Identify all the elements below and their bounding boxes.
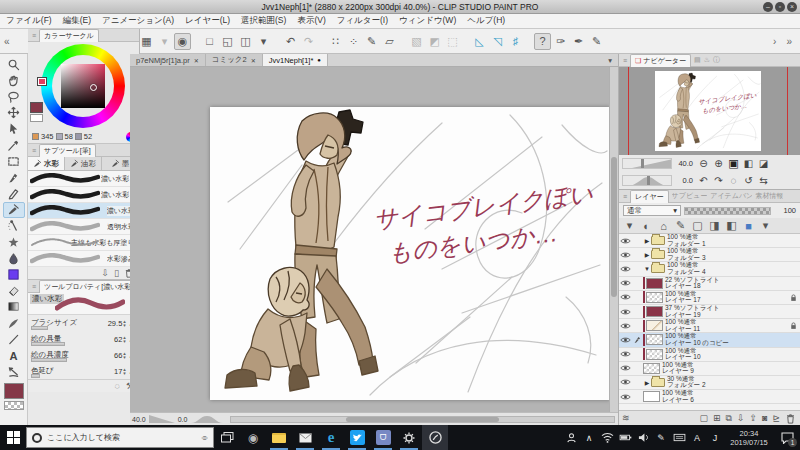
brush-item-5[interactable]: 水彩滲み: [28, 251, 139, 267]
mail-app[interactable]: [292, 425, 318, 450]
stepper-icon[interactable]: ▴ ▾: [123, 319, 126, 327]
task-view-button[interactable]: [214, 425, 240, 450]
layer-row-9[interactable]: 100 %通常レイヤー 9: [619, 362, 800, 376]
folder-expand-icon[interactable]: ▶: [643, 237, 651, 244]
visibility-toggle[interactable]: [619, 393, 632, 401]
panel-menu-icon[interactable]: ≋: [622, 413, 630, 423]
folder-expand-icon[interactable]: ▶: [643, 379, 651, 386]
navigator-preview[interactable]: [619, 67, 800, 155]
collapse-right-icon-0[interactable]: ›: [773, 36, 776, 47]
undo-icon[interactable]: ↶: [282, 33, 299, 50]
visibility-toggle[interactable]: [619, 350, 632, 358]
pen-tool[interactable]: [3, 169, 25, 185]
opacity-value[interactable]: 100: [774, 206, 796, 215]
new-subtool-icon[interactable]: ▯: [114, 268, 119, 278]
property-slider[interactable]: [31, 326, 48, 330]
pencil-tool[interactable]: [3, 186, 25, 202]
decoration-tool[interactable]: [3, 234, 25, 250]
reference-layer-icon[interactable]: ⌂: [656, 219, 671, 233]
saturation-value[interactable]: 58: [65, 132, 73, 141]
visibility-toggle[interactable]: [619, 251, 632, 259]
select-frame-icon[interactable]: ⁘: [345, 33, 362, 50]
value-value[interactable]: 52: [84, 132, 92, 141]
merge-down-icon[interactable]: ⇩: [737, 413, 745, 423]
crop-icon[interactable]: ▧: [408, 33, 425, 50]
hue-value[interactable]: 345: [41, 132, 54, 141]
reset-all-icon[interactable]: ⇆: [756, 174, 771, 187]
folder-expand-icon[interactable]: ▼: [643, 266, 651, 272]
people-icon[interactable]: [562, 425, 580, 450]
layers-tab-2[interactable]: アイテムバンク: [710, 191, 752, 201]
twitter-app[interactable]: [344, 425, 370, 450]
property-slider[interactable]: [31, 342, 65, 346]
gradient-tool[interactable]: [3, 299, 25, 315]
transparent-color-swatch[interactable]: [4, 401, 24, 410]
help-icon[interactable]: ?: [534, 33, 551, 50]
reset-view-icon[interactable]: ↺: [741, 174, 756, 187]
color-wheel[interactable]: [28, 42, 139, 130]
navigator-thumbnail[interactable]: [655, 71, 761, 151]
text-tool[interactable]: [3, 347, 25, 363]
document-tab-0[interactable]: p7eNMj5r[1]a.pr✕: [130, 54, 206, 66]
layer-thumbnail[interactable]: [643, 391, 660, 402]
menu-item-2[interactable]: アニメーション(A): [102, 15, 174, 27]
layer-thumbnail[interactable]: [646, 320, 663, 331]
palette-color-dropdown-icon[interactable]: ▾: [622, 219, 637, 233]
brush-item-2[interactable]: 濃い水彩: [28, 203, 139, 219]
discord-app[interactable]: ᗜ: [370, 425, 396, 450]
navigator-rotate-slider[interactable]: [622, 175, 672, 186]
layer-thumbnail[interactable]: [646, 349, 663, 360]
move-layer-tool[interactable]: [3, 105, 25, 121]
status-zoom-slider[interactable]: [149, 415, 175, 423]
canvas-vertical-scrollbar[interactable]: [609, 67, 618, 412]
property-value[interactable]: 62: [98, 335, 122, 344]
menu-item-4[interactable]: 選択範囲(S): [241, 15, 286, 27]
register-subtool-icon[interactable]: ⇩: [102, 268, 110, 278]
new-folder-icon[interactable]: ⊞: [713, 413, 721, 423]
reset-rotation-icon[interactable]: ◌: [726, 174, 741, 187]
property-slider[interactable]: [31, 374, 40, 378]
transform-icon[interactable]: ▱: [381, 33, 398, 50]
delete-layer-icon[interactable]: [785, 413, 796, 424]
copy-layer-icon[interactable]: ⧉: [725, 413, 731, 424]
hidden-icons-chevron[interactable]: ∧: [580, 425, 598, 450]
edge-app[interactable]: e: [318, 425, 344, 450]
folder-expand-icon[interactable]: ▶: [643, 251, 651, 258]
menu-item-3[interactable]: レイヤー(L): [185, 15, 230, 27]
stepper-icon[interactable]: ▴ ▾: [123, 351, 126, 359]
visibility-toggle[interactable]: [619, 265, 632, 273]
snap-grid-icon[interactable]: ♯: [507, 33, 524, 50]
tab-navigator[interactable]: ❏ ナビゲーター: [630, 54, 691, 67]
property-value[interactable]: 66: [98, 351, 122, 360]
status-rotation-slider[interactable]: [190, 414, 224, 424]
status-zoom-value[interactable]: 40.0: [132, 416, 146, 423]
navigator-rotation-value[interactable]: 0.0: [675, 176, 693, 185]
stepper-icon[interactable]: ▴ ▾: [123, 367, 126, 375]
layer-row-10[interactable]: ▶30 %通常フォルダー 2: [619, 376, 800, 390]
navigator-zoom-value[interactable]: 40.0: [675, 159, 693, 168]
line-tool[interactable]: [3, 331, 25, 347]
visibility-toggle[interactable]: [619, 308, 632, 316]
menu-item-6[interactable]: フィルター(I): [337, 15, 388, 27]
layer-row-8[interactable]: 100 %通常レイヤー 10: [619, 348, 800, 362]
visibility-toggle[interactable]: [619, 293, 632, 301]
lock-transparent-icon[interactable]: ◨: [707, 219, 722, 233]
clip-studio-icon[interactable]: ◉: [174, 33, 191, 50]
close-tab-icon[interactable]: ✕: [251, 57, 256, 64]
collapse-left-icon-0[interactable]: «: [4, 36, 10, 47]
layer-row-7[interactable]: 100 %通常レイヤー 10 のコピー: [619, 333, 800, 347]
rotate-right-icon[interactable]: ↷: [711, 174, 726, 187]
document-tab-2[interactable]: Jvv1Neph[1]*●: [263, 54, 328, 66]
marquee-tool[interactable]: [3, 153, 25, 169]
brush-quick-icon[interactable]: ✎: [588, 33, 605, 50]
volume-icon[interactable]: [634, 425, 652, 450]
workspace-grid-icon[interactable]: ▦: [138, 33, 155, 50]
document-tab-1[interactable]: コミック2✕: [206, 54, 263, 66]
eyedropper-tool[interactable]: [3, 137, 25, 153]
new-file-icon[interactable]: □: [201, 33, 218, 50]
hue-marker[interactable]: [38, 78, 46, 85]
airbrush-tool[interactable]: [3, 218, 25, 234]
visibility-toggle[interactable]: [619, 378, 632, 386]
layer-thumbnail[interactable]: [646, 278, 663, 289]
visibility-toggle[interactable]: [619, 237, 632, 245]
